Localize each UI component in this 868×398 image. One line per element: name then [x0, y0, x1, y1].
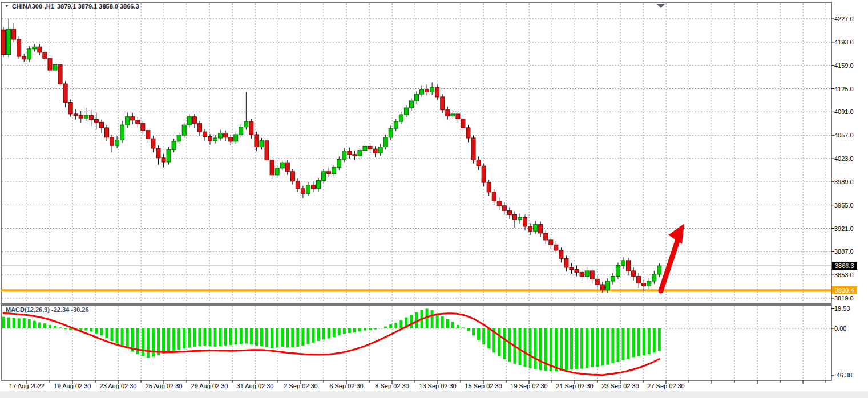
bull-candle: [337, 159, 341, 167]
bear-candle: [249, 121, 253, 135]
macd-bar: [441, 316, 444, 328]
macd-bar: [265, 328, 268, 347]
price-tick-label: 4023.0: [834, 155, 854, 162]
bull-candle: [120, 125, 124, 140]
time-tick-label: 23 Sep 02:30: [601, 383, 639, 389]
bull-candle: [234, 135, 238, 141]
bear-candle: [559, 250, 563, 258]
macd-bar: [7, 318, 10, 328]
macd-bar: [43, 323, 46, 328]
macd-tick-label: 0.00: [834, 325, 846, 332]
macd-bar: [177, 328, 180, 350]
macd-bar: [648, 328, 651, 354]
price-tick-label: 3955.0: [834, 202, 854, 209]
macd-bar: [64, 328, 67, 329]
time-tick-label: 19 Sep 02:30: [510, 383, 547, 389]
bull-candle: [518, 217, 522, 220]
macd-bar: [167, 328, 170, 352]
bull-candle: [657, 266, 661, 274]
macd-bar: [18, 318, 21, 328]
bull-candle: [621, 261, 625, 265]
bear-candle: [353, 155, 357, 156]
bear-candle: [477, 160, 481, 166]
bear-candle: [99, 122, 103, 128]
bear-candle: [203, 132, 207, 136]
macd-bar: [214, 328, 217, 347]
bull-candle: [415, 94, 419, 101]
bull-candle: [404, 108, 408, 115]
bear-candle: [549, 240, 553, 245]
macd-bar: [586, 328, 588, 368]
macd-bar: [229, 328, 232, 345]
macd-bar: [632, 328, 635, 357]
macd-bar: [312, 328, 315, 343]
bear-candle: [156, 148, 160, 158]
bull-candle: [27, 49, 31, 59]
macd-bar: [219, 328, 222, 346]
macd-bar: [126, 328, 129, 348]
bull-candle: [239, 127, 243, 135]
time-tick-label: 2 Sep 02:30: [284, 383, 317, 389]
price-tick-label: 4159.0: [834, 62, 854, 69]
bull-candle: [280, 163, 284, 168]
macd-bar: [333, 328, 336, 337]
bull-candle: [647, 281, 651, 286]
macd-bar: [106, 328, 108, 338]
macd-bar: [622, 328, 625, 360]
price-tick-label: 4057.0: [834, 132, 854, 139]
bear-candle: [373, 149, 377, 153]
macd-tick-label: 19.53: [834, 305, 850, 312]
macd-indicator-label: MACD(12,26,9) -22.34 -30.26: [6, 306, 89, 313]
time-tick-label: 21 Sep 02:30: [556, 383, 593, 389]
main-chart-panel[interactable]: [1, 2, 831, 303]
bull-candle: [652, 274, 656, 281]
macd-bar: [616, 328, 619, 362]
macd-bar: [534, 328, 537, 369]
macd-bar: [472, 328, 475, 335]
bear-candle: [461, 119, 465, 128]
bear-candle: [265, 141, 269, 160]
current-price-badge: 3866.3: [832, 262, 857, 270]
price-tick-label: 3819.0: [834, 295, 854, 302]
bear-candle: [63, 84, 67, 102]
macd-bar: [255, 328, 258, 346]
bull-candle: [389, 128, 393, 137]
macd-bar: [286, 328, 289, 348]
chart-title: ▼ CHINA300-,H1 3879.1 3879.1 3858.0 3866…: [5, 3, 139, 10]
bear-candle: [512, 214, 516, 219]
bear-candle: [58, 64, 62, 84]
macd-bar: [596, 328, 599, 367]
macd-bar: [431, 310, 434, 328]
symbol-dropdown-icon[interactable]: ▼: [5, 3, 9, 9]
macd-bar: [570, 328, 573, 369]
bear-candle: [600, 285, 604, 290]
price-tick-label: 4193.0: [834, 39, 854, 46]
macd-bar: [498, 328, 500, 356]
bull-candle: [611, 277, 615, 281]
bear-candle: [575, 270, 579, 273]
bear-candle: [642, 283, 646, 286]
bull-candle: [430, 87, 434, 92]
bull-candle: [585, 271, 589, 277]
bull-candle: [84, 115, 88, 118]
bear-candle: [38, 47, 42, 52]
bear-candle: [224, 133, 228, 137]
bull-candle: [317, 180, 321, 188]
macd-bar: [611, 328, 614, 363]
macd-bar: [162, 328, 165, 354]
macd-bar: [54, 326, 56, 328]
macd-bar: [23, 318, 26, 328]
bull-candle: [275, 168, 279, 175]
chart-canvas[interactable]: [0, 0, 868, 398]
bear-candle: [523, 217, 527, 226]
time-tick-label: 29 Aug 02:30: [191, 383, 228, 389]
time-tick-label: 23 Aug 02:30: [100, 383, 137, 389]
macd-bar: [539, 328, 542, 370]
bear-candle: [285, 163, 289, 172]
macd-bar: [250, 328, 253, 344]
macd-bar: [322, 328, 325, 339]
bull-candle: [420, 90, 424, 94]
macd-bar: [271, 328, 273, 348]
macd-bar: [172, 328, 175, 351]
bear-candle: [539, 224, 543, 233]
